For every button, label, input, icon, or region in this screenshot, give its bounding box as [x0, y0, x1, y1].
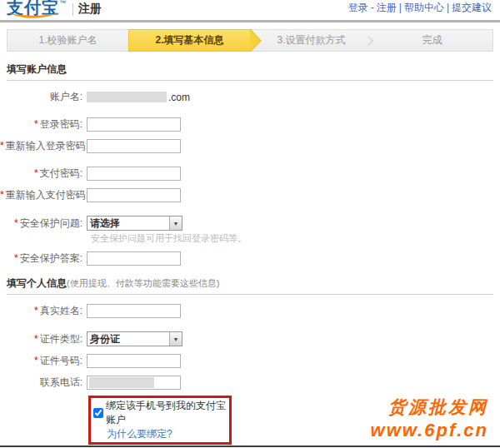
- security-question-select[interactable]: 请选择 ▼: [87, 216, 182, 231]
- login-password-input[interactable]: [87, 117, 181, 132]
- security-question-selected-value: 请选择: [88, 217, 120, 231]
- brand-divider: [72, 3, 73, 16]
- contact-phone-row: 联系电话:: [0, 376, 500, 390]
- register-link[interactable]: 注册: [377, 2, 397, 13]
- required-star: *: [34, 355, 38, 366]
- brand: 支付宝™ 注册: [7, 0, 102, 18]
- id-type-label: *证件类型:: [0, 332, 87, 346]
- account-name-masked-value: [87, 92, 167, 102]
- why-bind-link[interactable]: 为什么要绑定?: [107, 427, 227, 441]
- login-password-label: *登录密码:: [0, 117, 87, 132]
- security-answer-row: *安全保护答案:: [0, 251, 500, 266]
- step-set-payment-method: 3.设置付款方式: [251, 30, 372, 51]
- chevron-down-icon[interactable]: ▼: [169, 332, 182, 346]
- login-password-confirm-label: *重新输入登录密码:: [0, 139, 87, 153]
- chevron-down-icon[interactable]: ▼: [169, 217, 182, 230]
- nav-separator: |: [399, 2, 402, 13]
- required-star: *: [34, 167, 38, 179]
- pay-password-confirm-row: *重新输入支付密码:: [0, 188, 500, 202]
- id-number-label: *证件号码:: [0, 354, 87, 368]
- bind-phone-checkbox[interactable]: [93, 408, 103, 418]
- security-answer-input[interactable]: [87, 251, 181, 266]
- feedback-link[interactable]: 提交建议: [452, 2, 492, 13]
- pay-password-label: *支付密码:: [0, 167, 87, 181]
- personal-info-section-title: 填写个人信息(使用提现、付款等功能需要这些信息): [7, 276, 493, 295]
- alipay-register-page: 支付宝™ 注册 登录-注册|帮助中心|提交建议 1.校验账户名 2.填写基本信息…: [0, 0, 500, 448]
- header: 支付宝™ 注册 登录-注册|帮助中心|提交建议: [0, 0, 500, 22]
- required-star: *: [14, 217, 18, 229]
- bind-phone-label: 绑定该手机号到我的支付宝账户: [106, 399, 227, 427]
- required-star: *: [34, 118, 38, 130]
- account-info-form: 账户名: .com *登录密码: *重新输入登录密码: *支付密码: *重新输入…: [0, 90, 500, 266]
- account-name-suffix: .com: [168, 92, 190, 103]
- login-password-confirm-row: *重新输入登录密码:: [0, 139, 500, 153]
- step-complete: 完成: [372, 30, 492, 51]
- header-nav: 登录-注册|帮助中心|提交建议: [348, 1, 492, 18]
- alipay-logo: 支付宝™: [7, 0, 68, 18]
- personal-info-section-subtitle: (使用提现、付款等功能需要这些信息): [67, 278, 219, 288]
- security-question-label: *安全保护问题:: [0, 217, 87, 231]
- required-star: *: [14, 252, 18, 264]
- login-password-row: *登录密码:: [0, 117, 500, 132]
- security-question-row: *安全保护问题: 请选择 ▼: [0, 216, 500, 231]
- step-fill-basic-info-active: 2.填写基本信息: [128, 29, 251, 52]
- account-info-section-title: 填写账户信息: [7, 62, 493, 81]
- id-type-selected-value: 身份证: [88, 332, 120, 346]
- security-question-hint: 安全保护问题可用于找回登录密码等。: [91, 232, 500, 245]
- bind-phone-highlight-box: 绑定该手机号到我的支付宝账户 为什么要绑定?: [88, 396, 232, 445]
- nav-separator: -: [371, 2, 374, 13]
- required-star: *: [34, 333, 38, 345]
- login-password-confirm-input[interactable]: [87, 139, 181, 153]
- id-number-input[interactable]: [87, 354, 181, 368]
- pay-password-confirm-label: *重新输入支付密码:: [0, 188, 87, 202]
- watermark-line2: www.6pf.cn: [371, 419, 488, 442]
- logo-boat-swoosh-icon: [7, 12, 62, 20]
- id-number-row: *证件号码:: [0, 354, 500, 368]
- trademark-mark: ™: [59, 0, 66, 7]
- real-name-label: *真实姓名:: [0, 304, 87, 318]
- watermark-line1: 货源批发网: [371, 396, 488, 418]
- login-link[interactable]: 登录: [348, 2, 368, 13]
- pay-password-row: *支付密码:: [0, 167, 500, 181]
- watermark: 货源批发网 www.6pf.cn: [371, 396, 488, 441]
- step-verify-account: 1.校验账户名: [8, 30, 128, 51]
- bottom-divider: [0, 446, 500, 447]
- contact-phone-label: 联系电话:: [0, 376, 87, 390]
- required-star: *: [0, 189, 4, 201]
- account-name-label: 账户名:: [0, 90, 87, 104]
- required-star: *: [34, 305, 38, 316]
- step-progress-bar: 1.校验账户名 2.填写基本信息 3.设置付款方式 完成: [7, 29, 493, 52]
- id-type-select[interactable]: 身份证 ▼: [87, 331, 182, 346]
- nav-separator: |: [447, 2, 449, 13]
- help-center-link[interactable]: 帮助中心: [404, 2, 444, 13]
- page-title: 注册: [78, 2, 102, 18]
- security-answer-label: *安全保护答案:: [0, 251, 87, 266]
- contact-phone-input[interactable]: [87, 376, 181, 390]
- required-star: *: [0, 140, 4, 152]
- pay-password-input[interactable]: [87, 167, 181, 181]
- real-name-row: *真实姓名:: [0, 304, 500, 318]
- contact-phone-masked-value: [89, 377, 154, 388]
- bind-phone-row: 绑定该手机号到我的支付宝账户: [93, 399, 227, 427]
- account-name-row: 账户名: .com: [0, 90, 500, 104]
- id-type-row: *证件类型: 身份证 ▼: [0, 331, 500, 346]
- pay-password-confirm-input[interactable]: [87, 188, 181, 202]
- real-name-input[interactable]: [87, 304, 181, 318]
